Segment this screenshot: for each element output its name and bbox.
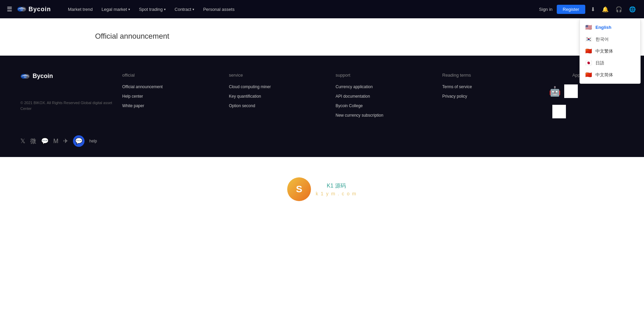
- lang-zh-trad-label: 中文繁体: [595, 48, 613, 54]
- help-chat-button[interactable]: 💬: [73, 135, 85, 147]
- watermark-title: K1 源码: [316, 182, 357, 190]
- footer-link-key-quantification[interactable]: Key quantification: [229, 94, 335, 99]
- wm-source-text: 源码: [335, 183, 346, 189]
- wm-url-text: k 1 y m . c o m: [316, 191, 357, 196]
- watermark-inner: S K1 源码 k 1 y m . c o m: [287, 177, 357, 201]
- footer-link-currency-application[interactable]: Currency application: [336, 84, 442, 89]
- footer-link-help-center[interactable]: Help center: [122, 94, 229, 99]
- lang-japanese[interactable]: 🇯🇵 日語: [580, 57, 640, 69]
- lang-korean[interactable]: 🇰🇷 한국어: [580, 33, 640, 45]
- footer-col-service: service Cloud computing miner Key quanti…: [229, 73, 335, 125]
- language-icon[interactable]: 🌐: [628, 5, 637, 14]
- lang-zh-simp[interactable]: 🇨🇳 中文简体: [580, 69, 640, 81]
- lang-english-label: English: [595, 25, 611, 30]
- nav-personal-assets[interactable]: Personal assets: [200, 5, 238, 14]
- footer-col-reading-title: Reading terms: [442, 73, 549, 78]
- footer-link-white-paper[interactable]: White paper: [122, 103, 229, 108]
- ios-qr-code: [552, 105, 566, 118]
- nav-market-trend[interactable]: Market trend: [65, 5, 96, 14]
- footer-logo-icon: [20, 73, 30, 79]
- watermark-text-block: K1 源码 k 1 y m . c o m: [316, 182, 357, 196]
- watermark-section: S K1 源码 k 1 y m . c o m: [0, 157, 644, 215]
- footer: Bycoin © 2021 BIKOX. All Rights Reserved…: [0, 56, 644, 157]
- medium-icon[interactable]: M: [53, 138, 58, 145]
- chevron-down-icon: ▾: [192, 7, 194, 11]
- language-dropdown: 🇺🇸 English 🇰🇷 한국어 🇨🇳 中文繁体 🇯🇵 日語 🇨🇳 中文简体: [579, 18, 641, 84]
- footer-col-support: support Currency application API documen…: [336, 73, 442, 125]
- announcement-section: Official announcement: [0, 18, 644, 56]
- flag-jp: 🇯🇵: [585, 60, 592, 66]
- nav-contract[interactable]: Contract ▾: [171, 5, 198, 14]
- logo[interactable]: Bycoin: [17, 6, 51, 13]
- telegram-icon[interactable]: ✈: [63, 137, 68, 145]
- wechat-icon[interactable]: 💬: [41, 137, 49, 145]
- footer-link-option-second[interactable]: Option second: [229, 103, 335, 108]
- wm-k1-text: K1: [327, 183, 333, 189]
- android-icon: 🤖: [549, 86, 561, 97]
- footer-col-official: official Official announcement Help cent…: [122, 73, 229, 125]
- footer-columns: official Official announcement Help cent…: [122, 73, 624, 125]
- announcement-title: Official announcement: [95, 32, 644, 41]
- hamburger-icon[interactable]: ☰: [7, 5, 12, 13]
- footer-link-terms-service[interactable]: Terms of service: [442, 84, 549, 89]
- footer-link-cloud-mining[interactable]: Cloud computing miner: [229, 84, 335, 89]
- lang-zh-trad[interactable]: 🇨🇳 中文繁体: [580, 45, 640, 57]
- watermark-logo-circle: S: [287, 177, 311, 201]
- footer-col-support-title: support: [336, 73, 442, 78]
- flag-kr: 🇰🇷: [585, 36, 592, 42]
- footer-link-official-announcement[interactable]: Official announcement: [122, 84, 229, 89]
- footer-col-service-title: service: [229, 73, 335, 78]
- lang-zh-simp-label: 中文简体: [595, 72, 613, 78]
- nav-links: Market trend Legal market ▾ Spot trading…: [65, 5, 539, 14]
- footer-col-reading: Reading terms Terms of service Privacy p…: [442, 73, 549, 125]
- chevron-down-icon: ▾: [128, 7, 130, 11]
- register-button[interactable]: Register: [557, 5, 585, 14]
- flag-us: 🇺🇸: [585, 24, 592, 31]
- logo-text: Bycoin: [29, 6, 51, 13]
- support-icon[interactable]: 🎧: [614, 5, 624, 14]
- android-qr-code: [564, 84, 578, 98]
- footer-logo-text: Bycoin: [33, 73, 53, 80]
- footer-link-api-docs[interactable]: API documentation: [336, 94, 442, 99]
- logo-icon: [17, 6, 26, 12]
- signin-button[interactable]: Sign in: [539, 7, 553, 12]
- android-download[interactable]: 🤖: [549, 84, 624, 98]
- navbar: ☰ Bycoin Market trend Legal market ▾ Spo…: [0, 0, 644, 18]
- ios-download[interactable]: [549, 105, 624, 118]
- footer-link-privacy-policy[interactable]: Privacy policy: [442, 94, 549, 99]
- svg-point-3: [23, 74, 30, 79]
- footer-link-new-currency[interactable]: New currency subscription: [336, 113, 442, 118]
- help-label[interactable]: help: [89, 139, 97, 143]
- flag-cn-trad: 🇨🇳: [585, 48, 592, 54]
- lang-japanese-label: 日語: [595, 60, 604, 66]
- chevron-down-icon: ▾: [164, 7, 166, 11]
- footer-link-bycoin-college[interactable]: Bycoin College: [336, 103, 442, 108]
- footer-col-official-title: official: [122, 73, 229, 78]
- nav-legal-market[interactable]: Legal market ▾: [98, 5, 133, 14]
- nav-spot-trading[interactable]: Spot trading ▾: [135, 5, 169, 14]
- footer-logo: Bycoin: [20, 73, 122, 80]
- footer-copyright: © 2021 BIKOX. All Rights Reserved Global…: [20, 100, 122, 111]
- nav-actions: Sign in Register ⬇ 🔔 🎧 🌐: [539, 5, 637, 14]
- footer-top: Bycoin © 2021 BIKOX. All Rights Reserved…: [20, 73, 624, 125]
- svg-point-1: [20, 7, 26, 12]
- weibo-icon[interactable]: 微: [30, 137, 36, 145]
- notification-icon[interactable]: 🔔: [601, 5, 610, 14]
- footer-brand: Bycoin © 2021 BIKOX. All Rights Reserved…: [20, 73, 122, 125]
- lang-korean-label: 한국어: [595, 36, 609, 42]
- footer-social: 𝕏 微 💬 M ✈ 💬 help: [20, 135, 624, 147]
- flag-cn-simp: 🇨🇳: [585, 72, 592, 78]
- lang-english[interactable]: 🇺🇸 English: [580, 21, 640, 33]
- download-icon[interactable]: ⬇: [589, 5, 596, 14]
- twitter-icon[interactable]: 𝕏: [20, 137, 25, 145]
